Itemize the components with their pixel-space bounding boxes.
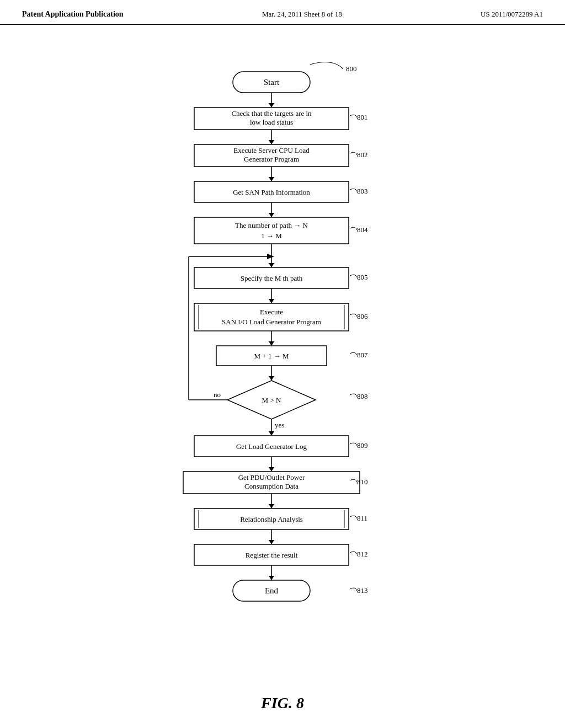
- node-810-text2: Consumption Data: [244, 482, 299, 490]
- svg-marker-50: [269, 576, 274, 580]
- ref-808: 808: [357, 392, 368, 400]
- yes-label: yes: [275, 421, 284, 429]
- ref-801: 801: [357, 113, 368, 121]
- svg-marker-23: [269, 299, 274, 303]
- node-807-text: M + 1 → M: [254, 352, 289, 360]
- end-label: End: [265, 586, 279, 595]
- ref-811: 811: [357, 514, 367, 522]
- svg-marker-11: [269, 177, 274, 181]
- ref-807: 807: [357, 351, 368, 359]
- ref-803: 803: [357, 187, 368, 195]
- node-809-text: Get Load Generator Log: [236, 442, 307, 451]
- svg-marker-36: [269, 431, 274, 436]
- svg-text:800: 800: [346, 65, 357, 73]
- node-812-text: Register the result: [246, 551, 298, 559]
- svg-marker-42: [269, 504, 274, 508]
- svg-marker-47: [269, 540, 274, 544]
- flowchart-svg-container: 800 Start Check that the targets are in …: [139, 41, 426, 683]
- figure-label: FIG. 8: [261, 694, 304, 712]
- node-808-text: M > N: [262, 396, 281, 404]
- node-811-text: Relationship Analysis: [240, 515, 303, 523]
- ref-805: 805: [357, 273, 368, 281]
- page-header: Patent Application Publication Mar. 24, …: [0, 0, 565, 25]
- ref-809: 809: [357, 441, 368, 449]
- node-806-text1: Execute: [260, 308, 283, 316]
- node-810-text1: Get PDU/Outlet Power: [238, 473, 305, 481]
- svg-marker-28: [269, 341, 274, 346]
- node-805-text: Specify the M th path: [241, 274, 303, 282]
- ref-806: 806: [357, 312, 368, 320]
- header-left: Patent Application Publication: [22, 10, 124, 19]
- start-label: Start: [264, 78, 280, 87]
- diagram-container: 800 Start Check that the targets are in …: [0, 25, 565, 712]
- ref-813: 813: [357, 586, 368, 595]
- node-802-text: Execute Server CPU Load: [233, 146, 310, 154]
- no-label: no: [214, 390, 221, 399]
- svg-marker-7: [269, 140, 274, 144]
- svg-marker-18: [267, 254, 274, 259]
- ref-802: 802: [357, 151, 368, 159]
- svg-marker-31: [269, 376, 274, 381]
- svg-marker-14: [269, 213, 274, 217]
- node-804-text2: 1 → M: [261, 232, 282, 240]
- svg-text:low load status: low load status: [250, 118, 293, 126]
- ref-812: 812: [357, 550, 368, 558]
- node-806-text2: SAN I/O Load Generator Program: [222, 318, 321, 326]
- header-right: US 2011/0072289 A1: [481, 10, 543, 19]
- svg-marker-39: [269, 467, 274, 472]
- header-center: Mar. 24, 2011 Sheet 8 of 18: [262, 10, 342, 19]
- svg-marker-20: [269, 263, 274, 267]
- svg-text:Generator Program: Generator Program: [244, 155, 299, 163]
- ref-804: 804: [357, 226, 368, 234]
- node-804-text1: The number of path → N: [235, 221, 308, 229]
- node-803-text: Get SAN Path Information: [233, 188, 310, 196]
- ref-810: 810: [357, 478, 368, 486]
- svg-marker-3: [269, 103, 274, 108]
- flowchart-svg: 800 Start Check that the targets are in …: [139, 41, 426, 681]
- node-801-text: Check that the targets are in: [231, 109, 312, 117]
